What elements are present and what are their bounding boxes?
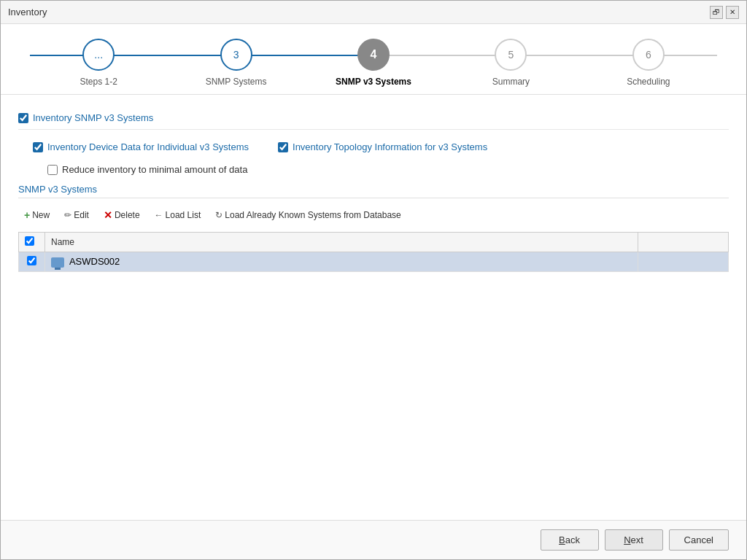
inventory-snmpv3-label[interactable]: Inventory SNMP v3 Systems [18, 112, 153, 123]
load-list-button[interactable]: ← Load List [149, 208, 207, 222]
step-circle-3: 4 [357, 39, 390, 71]
step-label-5: Scheduling [627, 77, 670, 87]
stepper-track: ... Steps 1-2 3 SNMP Systems 4 SNMP v3 S… [30, 39, 717, 87]
step-scheduling: 6 Scheduling [580, 39, 717, 87]
inventory-device-option[interactable]: Inventory Device Data for Individual v3 … [33, 141, 249, 152]
step-circle-1: ... [82, 39, 115, 71]
delete-icon: ✕ [104, 209, 112, 221]
load-list-icon: ← [155, 210, 163, 220]
inventory-topology-checkbox[interactable] [278, 142, 288, 152]
header-checkbox-col [19, 233, 45, 252]
window-title: Inventory [8, 7, 47, 18]
step-circle-2: 3 [220, 39, 252, 71]
step-circle-5: 6 [632, 39, 665, 71]
table-header-row: Name [19, 233, 729, 252]
content-area: ... Steps 1-2 3 SNMP Systems 4 SNMP v3 S… [1, 24, 746, 559]
reduce-row: Reduce inventory to minimal amount of da… [18, 161, 729, 178]
title-bar: Inventory 🗗 ✕ [1, 1, 746, 24]
reduce-checkbox[interactable] [47, 165, 58, 175]
cancel-button[interactable]: Cancel [669, 529, 729, 551]
table-row[interactable]: ASWDS002 [19, 252, 729, 272]
inventory-snmpv3-checkbox[interactable] [18, 113, 28, 123]
step-snmpv3: 4 SNMP v3 Systems [305, 39, 442, 87]
select-all-checkbox[interactable] [25, 236, 34, 246]
new-icon: + [24, 209, 30, 221]
window: Inventory 🗗 ✕ ... Steps 1-2 3 SNMP Syste… [0, 0, 747, 560]
step-label-4: Summary [492, 77, 530, 87]
back-button[interactable]: Back [541, 529, 599, 551]
toolbar: + New ✏ Edit ✕ Delete ← Load List ↻ Lo [18, 204, 729, 226]
load-known-icon: ↻ [215, 210, 222, 220]
load-known-button[interactable]: ↻ Load Already Known Systems from Databa… [209, 208, 406, 222]
step-summary: 5 Summary [442, 39, 579, 87]
inventory-topology-option[interactable]: Inventory Topology Information for v3 Sy… [278, 141, 487, 152]
edit-icon: ✏ [64, 210, 71, 220]
header-extra-col [638, 233, 728, 252]
step-label-3: SNMP v3 Systems [336, 77, 411, 87]
row-checkbox-cell [19, 252, 45, 272]
main-content: Inventory SNMP v3 Systems Inventory Devi… [1, 94, 746, 520]
step-snmp: 3 SNMP Systems [167, 39, 304, 87]
restore-button[interactable]: 🗗 [710, 6, 723, 19]
header-name-col: Name [45, 233, 638, 252]
delete-button[interactable]: ✕ Delete [98, 207, 146, 223]
row-name-cell: ASWDS002 [45, 252, 638, 272]
step-steps12: ... Steps 1-2 [30, 39, 167, 87]
inventory-snmp-section-row: Inventory SNMP v3 Systems [18, 106, 729, 130]
systems-table: Name ASWDS002 [18, 232, 729, 272]
new-button[interactable]: + New [18, 207, 55, 223]
close-button[interactable]: ✕ [726, 6, 739, 19]
stepper: ... Steps 1-2 3 SNMP Systems 4 SNMP v3 S… [1, 24, 746, 94]
next-button[interactable]: Next [605, 529, 663, 551]
footer: Back Next Cancel [1, 520, 746, 559]
step-circle-4: 5 [495, 39, 527, 71]
device-icon [51, 257, 64, 268]
row-extra-cell [638, 252, 728, 272]
options-row: Inventory Device Data for Individual v3 … [18, 136, 729, 158]
step-label-2: SNMP Systems [206, 77, 267, 87]
step-label-1: Steps 1-2 [80, 77, 117, 87]
inventory-device-checkbox[interactable] [33, 142, 43, 152]
snmpv3-section-title: SNMP v3 Systems [18, 184, 729, 198]
window-controls: 🗗 ✕ [710, 6, 739, 19]
row-checkbox[interactable] [27, 256, 36, 265]
edit-button[interactable]: ✏ Edit [58, 208, 95, 222]
row-name: ASWDS002 [69, 256, 120, 267]
